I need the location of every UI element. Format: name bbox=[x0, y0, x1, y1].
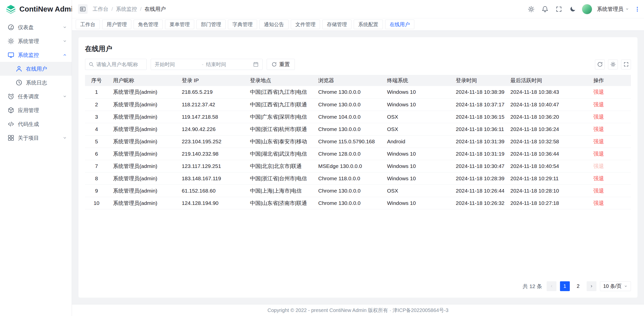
breadcrumb-item-1[interactable]: 系统监控 bbox=[116, 6, 137, 13]
table-toolbar bbox=[595, 60, 631, 69]
breadcrumb-item-0[interactable]: 工作台 bbox=[93, 6, 108, 13]
force-logout-link[interactable]: 强退 bbox=[593, 200, 604, 206]
settings-icon[interactable] bbox=[527, 5, 536, 14]
sidebar-item-about-project[interactable]: 关于项目 bbox=[0, 131, 72, 145]
cell-os: OSX bbox=[382, 123, 451, 135]
tab-7[interactable]: 文件管理 bbox=[291, 20, 320, 29]
tab-0[interactable]: 工作台 bbox=[76, 20, 100, 29]
breadcrumb-separator: / bbox=[111, 6, 113, 12]
cell-browser: MSEdge 130.0.0.0 bbox=[313, 160, 382, 172]
table-row: 3系统管理员(admin)119.147.218.58中国|广东省|深圳市|电信… bbox=[85, 111, 631, 123]
page-button-2[interactable]: 2 bbox=[573, 281, 583, 291]
cell-ip: 124.128.194.90 bbox=[177, 197, 245, 209]
cell-location: 中国|江西省|九江市|电信 bbox=[245, 86, 313, 98]
cell-login-time: 2024-11-18 10:26:32 bbox=[451, 197, 505, 209]
page-size-select[interactable]: 10 条/页 bbox=[600, 281, 631, 291]
dark-mode-moon-icon[interactable] bbox=[568, 5, 577, 14]
cell-login-time: 2024-11-18 10:31:39 bbox=[451, 135, 505, 148]
force-logout-link[interactable]: 强退 bbox=[593, 188, 604, 194]
cell-login-time: 2024-11-18 10:36:11 bbox=[451, 123, 505, 135]
refresh-icon bbox=[272, 62, 277, 67]
cell-browser: Chrome 130.0.0.0 bbox=[313, 123, 382, 135]
column-header-8: 操作 bbox=[588, 75, 631, 86]
column-settings-icon[interactable] bbox=[608, 60, 618, 69]
more-vertical-icon[interactable] bbox=[634, 5, 640, 14]
cell-ip: 223.104.195.252 bbox=[177, 135, 245, 148]
table-fullscreen-icon[interactable] bbox=[621, 60, 631, 69]
sidebar-item-system-monitor[interactable]: 系统监控 bbox=[0, 48, 72, 62]
collapse-sidebar-button[interactable] bbox=[78, 4, 88, 14]
date-range-picker[interactable]: 开始时间 - 结束时间 bbox=[151, 59, 263, 70]
cell-last-active: 2024-11-18 10:32:58 bbox=[505, 135, 588, 148]
cell-no: 4 bbox=[85, 123, 108, 135]
fullscreen-icon[interactable] bbox=[554, 5, 563, 14]
prev-page-button[interactable] bbox=[547, 281, 556, 291]
tab-1[interactable]: 用户管理 bbox=[102, 20, 131, 29]
tab-6[interactable]: 通知公告 bbox=[259, 20, 289, 29]
force-logout-link[interactable]: 强退 bbox=[593, 102, 604, 107]
sidebar-item-dashboard[interactable]: 仪表盘 bbox=[0, 20, 72, 34]
sidebar-item-task-schedule[interactable]: 任务调度 bbox=[0, 89, 72, 103]
cell-no: 10 bbox=[85, 197, 108, 209]
force-logout-link[interactable]: 强退 bbox=[593, 114, 604, 120]
force-logout-link[interactable]: 强退 bbox=[593, 175, 604, 181]
cell-nickname: 系统管理员(admin) bbox=[108, 123, 177, 135]
cell-location: 中国|浙江省|杭州市|联通 bbox=[245, 123, 313, 135]
reset-button[interactable]: 重置 bbox=[267, 59, 295, 70]
sidebar-item-app-management[interactable]: 应用管理 bbox=[0, 103, 72, 117]
tab-3[interactable]: 菜单管理 bbox=[165, 20, 194, 29]
avatar[interactable] bbox=[582, 4, 592, 14]
next-page-button[interactable] bbox=[587, 281, 596, 291]
cell-nickname: 系统管理员(admin) bbox=[108, 148, 177, 160]
cell-os: Windows 10 bbox=[382, 86, 451, 98]
notifications-bell-icon[interactable] bbox=[540, 5, 549, 14]
cell-os: Android bbox=[382, 135, 451, 148]
cell-location: 中国|广东省|深圳市|电信 bbox=[245, 111, 313, 123]
filter-row: 开始时间 - 结束时间 重置 bbox=[85, 59, 631, 70]
force-logout-link[interactable]: 强退 bbox=[593, 126, 604, 132]
tab-8[interactable]: 存储管理 bbox=[322, 20, 351, 29]
sidebar-item-label: 任务调度 bbox=[18, 93, 62, 100]
breadcrumb-item-2[interactable]: 在线用户 bbox=[145, 6, 166, 13]
force-logout-link[interactable]: 强退 bbox=[593, 163, 604, 169]
cell-ip: 219.140.232.98 bbox=[177, 148, 245, 160]
grid-icon bbox=[8, 134, 14, 141]
content-area: 在线用户 开始时间 - 结束时间 重置 bbox=[72, 31, 644, 304]
pagination: 共 12 条1210 条/页 bbox=[85, 276, 631, 298]
sidebar-subitem-system-log[interactable]: 系统日志 bbox=[0, 76, 72, 89]
cell-last-active: 2024-11-18 10:38:43 bbox=[505, 86, 588, 98]
cell-os: Windows 10 bbox=[382, 197, 451, 209]
sidebar-item-code-generation[interactable]: 代码生成 bbox=[0, 117, 72, 131]
cell-action: 强退 bbox=[588, 123, 631, 135]
sidebar-subitem-online-user[interactable]: 在线用户 bbox=[0, 62, 72, 76]
table-row: 2系统管理员(admin)118.212.37.42中国|江西省|九江市|联通C… bbox=[85, 98, 631, 111]
tab-5[interactable]: 字典管理 bbox=[228, 20, 257, 29]
chevron-down-icon bbox=[62, 25, 67, 30]
table-row: 8系统管理员(admin)183.148.167.119中国|浙江省|台州市|电… bbox=[85, 172, 631, 185]
table-row: 1系统管理员(admin)218.65.5.219中国|江西省|九江市|电信Ch… bbox=[85, 86, 631, 98]
table-refresh-icon[interactable] bbox=[595, 60, 605, 69]
logo: ContiNew Admin bbox=[0, 0, 72, 18]
table-row: 5系统管理员(admin)223.104.195.252中国|山东省|泰安市|移… bbox=[85, 135, 631, 148]
table-row: 7系统管理员(admin)123.117.129.251中国|北京|北京市|联通… bbox=[85, 160, 631, 172]
cell-login-time: 2024-11-18 10:30:47 bbox=[451, 160, 505, 172]
sidebar-item-system-management[interactable]: 系统管理 bbox=[0, 34, 72, 48]
cell-no: 7 bbox=[85, 160, 108, 172]
tab-4[interactable]: 部门管理 bbox=[196, 20, 226, 29]
tab-9[interactable]: 系统配置 bbox=[354, 20, 383, 29]
cell-nickname: 系统管理员(admin) bbox=[108, 172, 177, 185]
page-button-1[interactable]: 1 bbox=[560, 281, 570, 291]
header: 工作台/系统监控/在线用户 系统管理员 bbox=[72, 0, 644, 18]
force-logout-link[interactable]: 强退 bbox=[593, 89, 604, 95]
cell-location: 中国|浙江省|台州市|电信 bbox=[245, 172, 313, 185]
search-input[interactable] bbox=[96, 62, 143, 67]
table-row: 4系统管理员(admin)124.90.42.226中国|浙江省|杭州市|联通C… bbox=[85, 123, 631, 135]
tab-10[interactable]: 在线用户 bbox=[385, 20, 414, 29]
header-actions: 系统管理员 bbox=[527, 4, 640, 14]
tab-2[interactable]: 角色管理 bbox=[134, 20, 163, 29]
user-menu[interactable]: 系统管理员 bbox=[597, 6, 629, 13]
online-users-table: 序号用户昵称登录 IP登录地点浏览器终端系统登录时间最后活跃时间操作 1系统管理… bbox=[85, 75, 631, 209]
table-row: 9系统管理员(admin)61.152.168.60中国|上海|上海市|电信Ch… bbox=[85, 185, 631, 197]
force-logout-link[interactable]: 强退 bbox=[593, 151, 604, 157]
force-logout-link[interactable]: 强退 bbox=[593, 139, 604, 144]
